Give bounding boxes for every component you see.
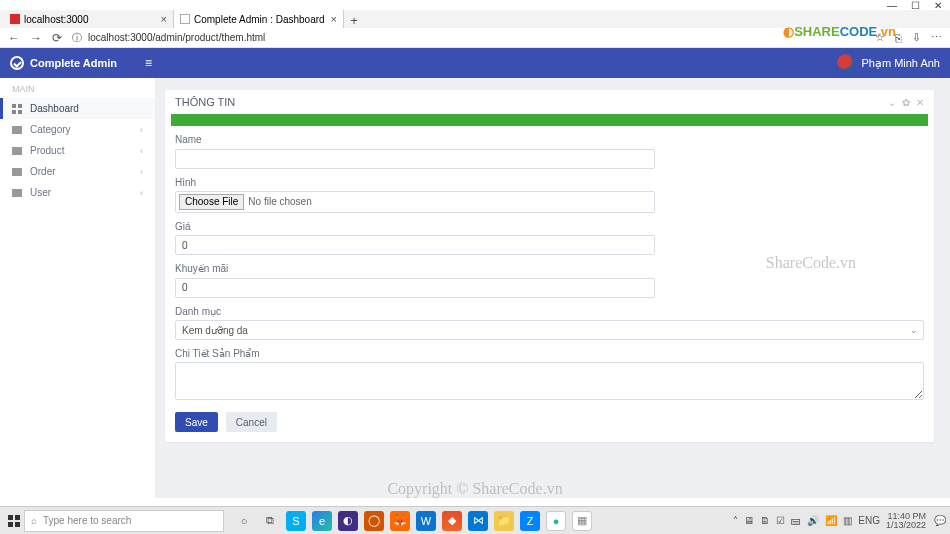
brand-text: Complete Admin — [30, 57, 117, 69]
nav-back-button[interactable]: ← — [8, 31, 20, 45]
sharecode-logo: ◐SHARECODE.vn — [783, 24, 896, 39]
promo-label: Khuyến mãi — [175, 263, 924, 274]
sidebar-item-label: Category — [30, 124, 71, 135]
cortana-icon[interactable]: ○ — [234, 511, 254, 531]
user-name[interactable]: Phạm Minh Anh — [861, 57, 940, 70]
tray-lang[interactable]: ENG — [858, 515, 880, 526]
app-icon[interactable]: ▦ — [572, 511, 592, 531]
name-input[interactable] — [175, 149, 655, 169]
category-select[interactable]: Kem dưỡng da — [175, 320, 924, 340]
sidebar-item-label: Product — [30, 145, 64, 156]
tray-battery-icon[interactable]: ▥ — [843, 515, 852, 526]
name-label: Name — [175, 134, 924, 145]
sidebar: MAIN Dashboard Category ‹ Product ‹ Orde… — [0, 78, 155, 498]
layers-icon — [12, 147, 22, 155]
taskbar-clock[interactable]: 11:40 PM 1/13/2022 — [886, 512, 928, 530]
eclipse-icon[interactable]: ◐ — [338, 511, 358, 531]
sidebar-item-label: Dashboard — [30, 103, 79, 114]
svg-rect-3 — [15, 522, 20, 527]
tab-title: Complete Admin : Dashboard — [194, 14, 325, 25]
app-icon[interactable]: ◯ — [364, 511, 384, 531]
edge-icon[interactable]: e — [312, 511, 332, 531]
tray-volume-icon[interactable]: 🔊 — [807, 515, 819, 526]
detail-label: Chi Tiết Sản Phẩm — [175, 348, 924, 359]
card-close-icon[interactable]: ✕ — [916, 97, 924, 108]
brand[interactable]: Complete Admin — [10, 56, 117, 70]
search-icon: ⌕ — [31, 515, 37, 526]
app-header: Complete Admin ≡ Phạm Minh Anh — [0, 48, 950, 78]
sidebar-item-label: Order — [30, 166, 56, 177]
sidebar-item-label: User — [30, 187, 51, 198]
chevron-left-icon: ‹ — [140, 146, 143, 156]
svg-rect-2 — [8, 522, 13, 527]
layers-icon — [12, 126, 22, 134]
category-label: Danh mục — [175, 306, 924, 317]
new-tab-button[interactable]: + — [344, 13, 364, 28]
window-titlebar: — ☐ ✕ — [0, 0, 950, 10]
price-input[interactable] — [175, 235, 655, 255]
window-close[interactable]: ✕ — [934, 0, 942, 11]
zalo-icon[interactable]: Z — [520, 511, 540, 531]
layers-icon — [12, 168, 22, 176]
tray-up-icon[interactable]: ˄ — [733, 515, 738, 526]
app-icon[interactable]: ◆ — [442, 511, 462, 531]
card-collapse-icon[interactable]: ⌄ — [888, 97, 896, 108]
promo-input[interactable] — [175, 278, 655, 298]
layers-icon — [12, 189, 22, 197]
tray-wifi-icon[interactable]: 📶 — [825, 515, 837, 526]
sidebar-item-product[interactable]: Product ‹ — [0, 140, 155, 161]
nav-reload-button[interactable]: ⟳ — [52, 31, 62, 45]
tray-icon[interactable]: ☑ — [776, 515, 785, 526]
taskbar-search[interactable]: ⌕ Type here to search — [24, 510, 224, 532]
brand-logo-icon — [10, 56, 24, 70]
start-button[interactable] — [4, 511, 24, 531]
file-input[interactable]: Choose File No file chosen — [175, 191, 655, 213]
menu-icon[interactable]: ⋯ — [931, 31, 942, 44]
card-title: THÔNG TIN — [175, 96, 235, 108]
save-button[interactable]: Save — [175, 412, 218, 432]
url-text: localhost:3000/admin/product/them.html — [88, 32, 265, 43]
vscode-icon[interactable]: ⋈ — [468, 511, 488, 531]
skype-icon[interactable]: S — [286, 511, 306, 531]
firefox-icon[interactable]: 🦊 — [390, 511, 410, 531]
detail-textarea[interactable] — [175, 362, 924, 400]
nav-forward-button[interactable]: → — [30, 31, 42, 45]
window-maximize[interactable]: ☐ — [911, 0, 920, 11]
tab-close-icon[interactable]: × — [161, 13, 167, 25]
explorer-icon[interactable]: 📁 — [494, 511, 514, 531]
sidebar-item-order[interactable]: Order ‹ — [0, 161, 155, 182]
collections-icon[interactable]: ⎘ — [895, 32, 902, 44]
search-placeholder: Type here to search — [43, 515, 131, 526]
svg-rect-1 — [15, 515, 20, 520]
sidebar-item-dashboard[interactable]: Dashboard — [0, 98, 155, 119]
window-minimize[interactable]: — — [887, 0, 897, 11]
card-settings-icon[interactable]: ✿ — [902, 97, 910, 108]
chevron-left-icon: ‹ — [140, 167, 143, 177]
choose-file-button[interactable]: Choose File — [179, 194, 244, 210]
notifications-icon[interactable]: 💬 — [934, 515, 946, 526]
browser-tab[interactable]: Complete Admin : Dashboard × — [174, 10, 344, 28]
sidebar-toggle-icon[interactable]: ≡ — [145, 56, 152, 70]
tray-icon[interactable]: 🖥 — [744, 515, 754, 526]
avatar[interactable] — [837, 54, 855, 72]
browser-tab[interactable]: localhost:3000 × — [4, 10, 174, 28]
main-content: THÔNG TIN ⌄ ✿ ✕ Name Hình Choose File — [155, 78, 950, 498]
tab-close-icon[interactable]: × — [331, 13, 337, 25]
site-info-icon[interactable]: ⓘ — [72, 31, 82, 45]
url-input[interactable]: ⓘ localhost:3000/admin/product/them.html — [72, 31, 865, 45]
sidebar-item-category[interactable]: Category ‹ — [0, 119, 155, 140]
tray-icon[interactable]: 🖴 — [791, 515, 801, 526]
chevron-left-icon: ‹ — [140, 188, 143, 198]
svg-rect-0 — [8, 515, 13, 520]
taskview-icon[interactable]: ⧉ — [260, 511, 280, 531]
sidebar-heading: MAIN — [0, 78, 155, 98]
tab-title: localhost:3000 — [24, 14, 89, 25]
sidebar-item-user[interactable]: User ‹ — [0, 182, 155, 203]
word-icon[interactable]: W — [416, 511, 436, 531]
mongodb-icon[interactable]: ● — [546, 511, 566, 531]
dashboard-icon — [12, 104, 22, 114]
tray-icon[interactable]: 🗎 — [760, 515, 770, 526]
downloads-icon[interactable]: ⇩ — [912, 31, 921, 44]
cancel-button[interactable]: Cancel — [226, 412, 277, 432]
windows-taskbar: ⌕ Type here to search ○ ⧉ S e ◐ ◯ 🦊 W ◆ … — [0, 506, 950, 534]
